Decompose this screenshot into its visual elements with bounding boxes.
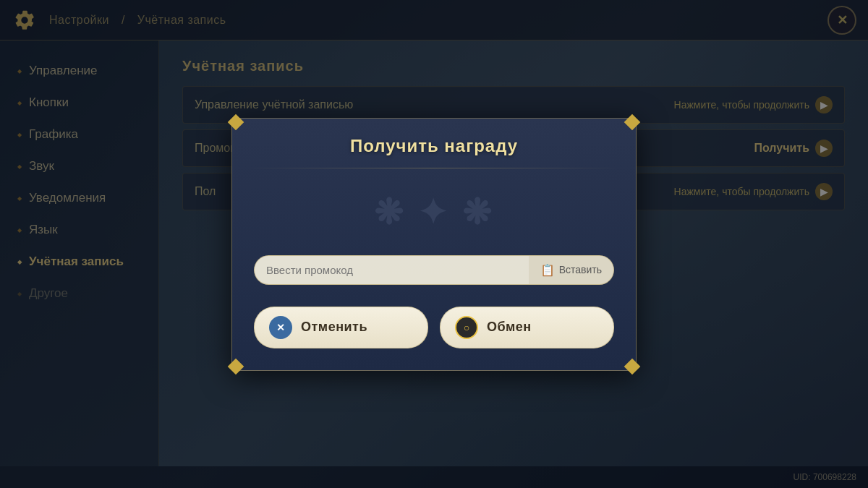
cancel-button[interactable]: ✕ Отменить <box>254 307 428 348</box>
confirm-label: Обмен <box>487 320 532 335</box>
corner-decoration-bl <box>228 358 244 374</box>
cancel-label: Отменить <box>301 320 367 335</box>
corner-decoration-br <box>624 358 641 374</box>
confirm-button[interactable]: ○ Обмен <box>440 307 614 348</box>
modal-input-area: 📋 Вставить <box>232 255 636 299</box>
promo-input[interactable] <box>255 257 529 283</box>
modal-buttons: ✕ Отменить ○ Обмен <box>232 299 636 348</box>
modal-watermark: ❋ ✦ ❋ <box>232 183 636 241</box>
paste-button[interactable]: 📋 Вставить <box>529 256 613 284</box>
paste-label: Вставить <box>559 264 602 275</box>
modal-dialog: Получить награду ❋ ✦ ❋ 📋 Вставить ✕ Отме… <box>231 118 637 371</box>
cancel-icon: ✕ <box>269 316 292 339</box>
paste-icon: 📋 <box>540 263 555 277</box>
modal-title: Получить награду <box>232 119 636 168</box>
modal-divider <box>247 168 621 168</box>
modal-overlay[interactable]: Получить награду ❋ ✦ ❋ 📋 Вставить ✕ Отме… <box>0 0 868 488</box>
confirm-icon: ○ <box>455 316 478 339</box>
input-wrapper: 📋 Вставить <box>254 255 614 285</box>
